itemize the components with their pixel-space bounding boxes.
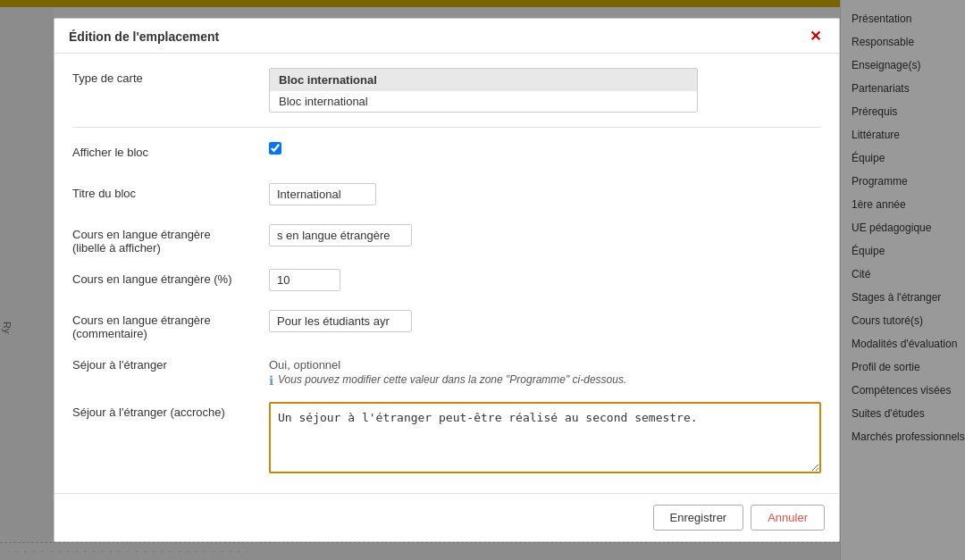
save-button[interactable]: Enregistrer	[653, 505, 744, 531]
titre-row: Titre du bloc	[72, 183, 821, 210]
accroche-label: Séjour à l'étranger (accroche)	[72, 402, 269, 419]
cours-langue-input[interactable]	[269, 224, 412, 247]
cours-commentaire-input[interactable]	[269, 310, 412, 332]
titre-input[interactable]	[269, 183, 376, 205]
modal-title: Édition de l'emplacement	[69, 29, 219, 44]
titre-label: Titre du bloc	[72, 183, 269, 200]
afficher-control	[269, 142, 821, 157]
sejour-row: Séjour à l'étranger Oui, optionnel ℹ Vou…	[72, 355, 821, 388]
cours-langue-control	[269, 224, 821, 247]
cours-pct-input[interactable]	[269, 269, 340, 291]
type-de-carte-select[interactable]: Bloc international Bloc international	[269, 68, 698, 113]
cours-pct-row: Cours en langue étrangère (%)	[72, 269, 821, 296]
sejour-help-row: ℹ Vous pouvez modifier cette valeur dans…	[269, 373, 821, 388]
type-de-carte-option: Bloc international	[270, 91, 697, 112]
cours-commentaire-control	[269, 310, 821, 332]
sejour-control: Oui, optionnel ℹ Vous pouvez modifier ce…	[269, 355, 821, 388]
afficher-label: Afficher le bloc	[72, 142, 269, 159]
info-icon[interactable]: ℹ	[269, 373, 273, 388]
cours-commentaire-label: Cours en langue étrangère (commentaire)	[72, 310, 269, 340]
separator-1	[72, 127, 821, 128]
sejour-note: Vous pouvez modifier cette valeur dans l…	[278, 373, 626, 386]
sejour-value: Oui, optionnel	[269, 355, 821, 372]
afficher-checkbox[interactable]	[269, 142, 281, 155]
modal-body: Type de carte Bloc international Bloc in…	[55, 54, 839, 493]
sejour-label: Séjour à l'étranger	[72, 355, 269, 372]
close-button[interactable]: ✕	[806, 29, 825, 44]
accroche-row: Séjour à l'étranger (accroche)	[72, 402, 821, 476]
afficher-row: Afficher le bloc	[72, 142, 821, 169]
cours-langue-label: Cours en langue étrangère (libellé à aff…	[72, 224, 269, 255]
cours-langue-row: Cours en langue étrangère (libellé à aff…	[72, 224, 821, 255]
modal-header: Édition de l'emplacement ✕	[55, 19, 839, 54]
type-de-carte-label: Type de carte	[72, 68, 269, 85]
cours-pct-control	[269, 269, 821, 291]
cours-pct-label: Cours en langue étrangère (%)	[72, 269, 269, 286]
type-de-carte-control: Bloc international Bloc international	[269, 68, 821, 113]
modal-footer: Enregistrer Annuler	[55, 493, 839, 541]
accroche-control	[269, 402, 821, 476]
cancel-button[interactable]: Annuler	[751, 505, 825, 531]
modal-dialog: Édition de l'emplacement ✕ Type de carte…	[54, 18, 840, 542]
cours-commentaire-row: Cours en langue étrangère (commentaire)	[72, 310, 821, 340]
titre-control	[269, 183, 821, 205]
type-de-carte-row: Type de carte Bloc international Bloc in…	[72, 68, 821, 113]
type-de-carte-selected: Bloc international	[270, 69, 697, 91]
accroche-textarea[interactable]	[269, 402, 821, 473]
